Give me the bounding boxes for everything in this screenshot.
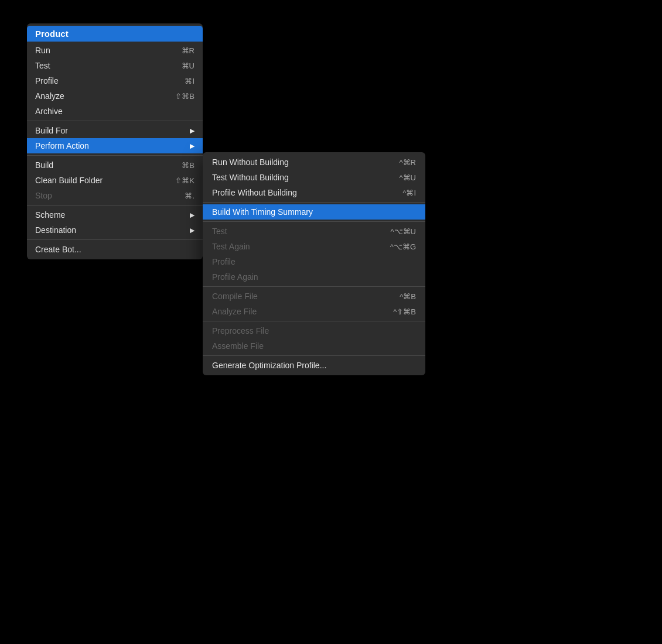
submenu-item-test[interactable]: Test ^⌥⌘U bbox=[203, 224, 425, 239]
submenu-item-profile-again[interactable]: Profile Again bbox=[203, 269, 425, 285]
submenu-item-test-without-building-label: Test Without Building bbox=[212, 173, 385, 182]
menu-item-build[interactable]: Build ⌘B bbox=[27, 157, 203, 173]
perform-action-submenu-panel: Run Without Building ^⌘R Test Without Bu… bbox=[203, 152, 425, 375]
submenu-separator-2 bbox=[203, 221, 425, 222]
product-menu-panel: Product Run ⌘R Test ⌘U Profile ⌘I Analyz… bbox=[27, 23, 203, 259]
submenu-item-test-shortcut: ^⌥⌘U bbox=[391, 227, 417, 236]
menu-item-profile-label: Profile bbox=[35, 76, 170, 85]
menu-item-test-label: Test bbox=[35, 61, 168, 70]
menu-item-stop[interactable]: Stop ⌘. bbox=[27, 188, 203, 203]
menu-item-perform-action[interactable]: Perform Action ▶ bbox=[27, 138, 203, 153]
menu-item-run-shortcut: ⌘R bbox=[182, 46, 194, 55]
submenu-item-test-without-building[interactable]: Test Without Building ^⌘U bbox=[203, 170, 425, 185]
menu-item-profile[interactable]: Profile ⌘I bbox=[27, 73, 203, 88]
submenu-item-run-without-building-label: Run Without Building bbox=[212, 157, 385, 167]
menu-item-destination[interactable]: Destination ▶ bbox=[27, 222, 203, 238]
submenu-item-profile-without-building[interactable]: Profile Without Building ^⌘I bbox=[203, 185, 425, 200]
submenu-item-analyze-file-shortcut: ^⇧⌘B bbox=[393, 307, 416, 316]
submenu-item-test-again[interactable]: Test Again ^⌥⌘G bbox=[203, 239, 425, 254]
submenu-item-test-again-label: Test Again bbox=[212, 242, 376, 251]
menu-item-analyze-label: Analyze bbox=[35, 91, 161, 101]
arrow-icon-perform-action: ▶ bbox=[190, 142, 194, 150]
submenu-item-test-again-shortcut: ^⌥⌘G bbox=[390, 242, 416, 251]
product-menu: Product Run ⌘R Test ⌘U Profile ⌘I Analyz… bbox=[27, 23, 203, 259]
arrow-icon-build-for: ▶ bbox=[190, 127, 194, 135]
separator-2 bbox=[27, 155, 203, 156]
submenu-item-compile-file-label: Compile File bbox=[212, 292, 385, 301]
menu-item-build-label: Build bbox=[35, 160, 168, 170]
separator-1 bbox=[27, 121, 203, 121]
submenu-item-generate-optimization-profile-label: Generate Optimization Profile... bbox=[212, 361, 416, 370]
menu-item-scheme[interactable]: Scheme ▶ bbox=[27, 207, 203, 222]
submenu-item-analyze-file-label: Analyze File bbox=[212, 307, 379, 316]
submenu-item-run-without-building-shortcut: ^⌘R bbox=[400, 158, 417, 167]
submenu-item-profile-label: Profile bbox=[212, 257, 416, 266]
menu-item-perform-action-label: Perform Action bbox=[35, 141, 185, 150]
separator-4 bbox=[27, 239, 203, 240]
perform-action-submenu: Run Without Building ^⌘R Test Without Bu… bbox=[203, 152, 425, 375]
submenu-item-build-with-timing-summary[interactable]: Build With Timing Summary bbox=[203, 204, 425, 220]
submenu-separator-1 bbox=[203, 202, 425, 203]
submenu-item-generate-optimization-profile[interactable]: Generate Optimization Profile... bbox=[203, 358, 425, 373]
submenu-item-profile-again-label: Profile Again bbox=[212, 272, 416, 282]
menu-item-analyze-shortcut: ⇧⌘B bbox=[175, 92, 194, 101]
arrow-icon-scheme: ▶ bbox=[190, 211, 194, 219]
submenu-item-compile-file-shortcut: ^⌘B bbox=[400, 292, 416, 301]
submenu-item-profile[interactable]: Profile bbox=[203, 254, 425, 269]
submenu-item-profile-without-building-label: Profile Without Building bbox=[212, 188, 388, 197]
submenu-item-preprocess-file-label: Preprocess File bbox=[212, 326, 416, 335]
submenu-item-build-with-timing-summary-label: Build With Timing Summary bbox=[212, 207, 416, 217]
menu-item-archive[interactable]: Archive bbox=[27, 104, 203, 119]
menu-item-stop-label: Stop bbox=[35, 191, 170, 200]
menu-item-create-bot[interactable]: Create Bot... bbox=[27, 242, 203, 257]
menu-item-analyze[interactable]: Analyze ⇧⌘B bbox=[27, 88, 203, 104]
submenu-separator-4 bbox=[203, 321, 425, 321]
menu-item-profile-shortcut: ⌘I bbox=[185, 77, 194, 85]
menu-item-build-for-label: Build For bbox=[35, 126, 185, 135]
menu-item-clean-build-folder[interactable]: Clean Build Folder ⇧⌘K bbox=[27, 173, 203, 188]
submenu-separator-3 bbox=[203, 286, 425, 287]
submenu-item-analyze-file[interactable]: Analyze File ^⇧⌘B bbox=[203, 304, 425, 319]
menu-item-scheme-label: Scheme bbox=[35, 210, 185, 220]
menu-item-test-shortcut: ⌘U bbox=[182, 61, 194, 70]
arrow-icon-destination: ▶ bbox=[190, 227, 194, 234]
submenu-item-assemble-file[interactable]: Assemble File bbox=[203, 338, 425, 354]
submenu-item-run-without-building[interactable]: Run Without Building ^⌘R bbox=[203, 155, 425, 170]
menu-item-create-bot-label: Create Bot... bbox=[35, 245, 194, 254]
menu-item-run[interactable]: Run ⌘R bbox=[27, 43, 203, 58]
menu-title: Product bbox=[27, 26, 203, 42]
menu-item-build-shortcut: ⌘B bbox=[182, 161, 194, 170]
submenu-item-preprocess-file[interactable]: Preprocess File bbox=[203, 323, 425, 338]
separator-3 bbox=[27, 205, 203, 205]
submenu-item-compile-file[interactable]: Compile File ^⌘B bbox=[203, 289, 425, 304]
menu-item-test[interactable]: Test ⌘U bbox=[27, 58, 203, 73]
menu-item-clean-build-folder-shortcut: ⇧⌘K bbox=[175, 176, 194, 185]
submenu-item-test-label: Test bbox=[212, 227, 377, 236]
submenu-item-assemble-file-label: Assemble File bbox=[212, 341, 416, 351]
submenu-item-test-without-building-shortcut: ^⌘U bbox=[400, 173, 417, 182]
submenu-separator-5 bbox=[203, 355, 425, 356]
menu-item-run-label: Run bbox=[35, 46, 168, 55]
menu-item-destination-label: Destination bbox=[35, 225, 185, 235]
menu-item-clean-build-folder-label: Clean Build Folder bbox=[35, 176, 161, 185]
submenu-item-profile-without-building-shortcut: ^⌘I bbox=[402, 189, 416, 197]
menu-item-build-for[interactable]: Build For ▶ bbox=[27, 123, 203, 138]
menu-item-archive-label: Archive bbox=[35, 107, 194, 116]
menu-item-stop-shortcut: ⌘. bbox=[185, 191, 194, 200]
